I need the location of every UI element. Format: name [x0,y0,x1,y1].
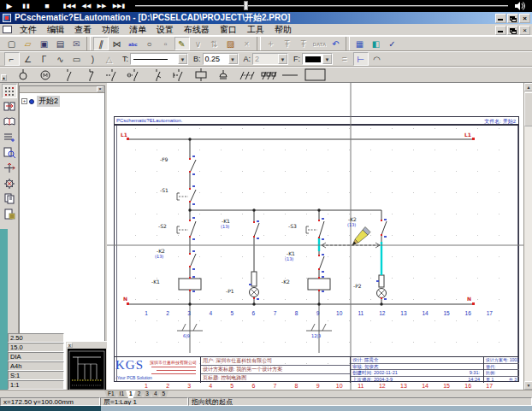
spinner-up-icon[interactable]: ▲ [1,74,7,81]
arc-mode-button[interactable]: ◠ [369,52,385,66]
line-angle-button[interactable]: ∠ [21,52,36,66]
symbol-coil-icon[interactable] [191,68,211,82]
linewidth-combo[interactable]: 0.25▼ [203,53,239,65]
undo-button[interactable]: ↶ [328,37,344,50]
line-rect-button[interactable]: ▭ [69,52,85,66]
symbol-motor-icon[interactable] [35,68,56,82]
goto-reference-button[interactable] [2,161,17,175]
menu-清单[interactable]: 清单 [124,24,151,35]
symbol-spinner[interactable]: ▲ ▼ [1,68,12,82]
new-file-button[interactable]: ▢ [4,37,20,50]
line-arc-button[interactable]: ) [86,52,101,66]
symbol-three-pole-breaker-icon[interactable] [257,68,278,82]
register-button[interactable]: ▦ [352,37,368,50]
grid-toggle-button[interactable] [2,84,17,98]
draw-lines-mode-button[interactable]: ∥ [93,37,109,50]
symbol-contact-nc-icon[interactable] [80,68,100,82]
symbol-contact-no-icon[interactable] [57,68,78,82]
menu-编辑[interactable]: 编辑 [42,24,69,35]
menu-功能[interactable]: 功能 [97,24,124,35]
menu-文件[interactable]: 文件 [15,24,42,35]
symbol-lamp-icon[interactable] [13,68,33,82]
rewind-button[interactable]: ◀◀ [80,0,92,12]
close-icon[interactable]: x [67,343,73,348]
paste-button[interactable]: ▨ [223,37,239,50]
symbols-mode-button[interactable]: ⋈ [109,37,125,50]
manual-book-button[interactable]: ◧ [369,37,384,50]
scroll-down-icon[interactable]: ▼ [524,381,532,390]
skip-end-button[interactable]: ▶▶▮ [111,0,127,12]
line-curve-button[interactable]: ∿ [53,52,68,66]
menu-查看[interactable]: 查看 [69,24,97,35]
symbol-menu-button[interactable] [2,99,17,114]
menu-窗口[interactable]: 窗口 [215,24,242,35]
pin-down-1-button[interactable]: Ŧ [280,37,295,50]
snap-perpendicular-button[interactable]: ⊢ [353,52,369,66]
angle-combo[interactable]: 2▼ [252,53,288,65]
print-button[interactable]: ▤ [53,37,68,50]
line-color-combo[interactable]: ▼ [302,53,333,65]
symbol-box-icon[interactable] [302,68,328,82]
project-name[interactable]: 开始2 [37,96,60,107]
seek-track[interactable] [135,5,508,7]
pause-button[interactable]: ▮▮ [21,0,33,12]
forward-button[interactable]: ▶▶ [96,0,108,12]
dropdown-v-button[interactable]: ∨ [191,37,206,50]
double-line-button[interactable]: = [337,52,352,66]
database-button[interactable]: DATA [312,37,328,50]
open-file-button[interactable]: ▱ [21,37,36,50]
symbol-spring-contact-icon[interactable] [146,68,167,82]
symbol-pushbutton-icon[interactable] [168,68,189,82]
project-root-item[interactable]: + 开始2 [21,96,104,107]
documentation-button[interactable] [2,114,17,129]
minimize-button[interactable] [495,14,506,23]
mdi-close-button[interactable]: × [519,26,530,35]
mdi-document-icon[interactable] [3,26,12,33]
skip-start-button[interactable]: ▮◀◀ [62,0,77,12]
export-mail-button[interactable]: ✉ [69,37,85,50]
close-icon[interactable]: × [97,86,103,92]
menu-布线器[interactable]: 布线器 [179,24,215,35]
menu-帮助[interactable]: 帮助 [269,24,297,35]
scroll-up-icon[interactable]: ▲ [524,83,532,91]
symbol-three-pole-contact-icon[interactable] [235,68,256,82]
speaker-icon[interactable] [514,2,526,10]
restore-button[interactable] [507,14,518,23]
align-cross-button[interactable]: + [263,37,279,50]
spell-check-button[interactable]: ✓ [385,37,400,50]
symbol-conductor-icon[interactable] [280,68,300,82]
mdi-minimize-button[interactable] [495,26,506,35]
stop-button[interactable]: ■ [41,0,53,12]
page-data-button[interactable] [2,191,17,206]
vertical-scrollbar[interactable]: ▲ ▼ [523,83,532,390]
area-fill-button[interactable]: △ [102,52,117,66]
text-mode-button[interactable]: abc [126,37,141,50]
mdi-restore-button[interactable] [507,26,518,35]
circle-mode-button[interactable]: ○ [142,37,157,50]
preview-window[interactable]: x [65,341,109,396]
menu-工具[interactable]: 工具 [242,24,269,35]
pen-tool-button[interactable]: ✎ [174,37,190,50]
play-button[interactable]: ▶ [3,0,15,12]
page-notes-button[interactable] [2,207,17,221]
area-mode-button[interactable]: ▫ [158,37,174,50]
schematic-drawing[interactable] [107,83,523,390]
line-ortho-button[interactable]: ⌐ [4,52,20,66]
zoom-page-button[interactable] [2,145,17,160]
settings-gear-button[interactable] [2,176,17,191]
close-button[interactable]: × [519,14,530,23]
object-lister-button[interactable] [2,130,17,144]
project-explorer-header[interactable]: × [20,86,104,93]
scroll-thumb[interactable] [524,92,532,126]
expand-icon[interactable]: + [21,98,27,104]
linetype-combo[interactable]: ▼ [130,53,188,65]
title-bar[interactable]: PCschematic?ELautomation - [D:\PCSELCAD\… [0,12,532,24]
transfer-button[interactable]: ⇅ [207,37,222,50]
menu-设置[interactable]: 设置 [151,24,179,35]
symbol-timed-contact-icon[interactable] [124,68,145,82]
line-corner-button[interactable]: Γ [37,52,52,66]
delete-button[interactable]: × [239,37,255,50]
drawing-canvas[interactable]: PCschematic?ELautomation. 文件名: 开始2 [107,83,523,390]
save-file-button[interactable]: ▣ [37,37,52,50]
seek-thumb[interactable] [244,1,248,10]
